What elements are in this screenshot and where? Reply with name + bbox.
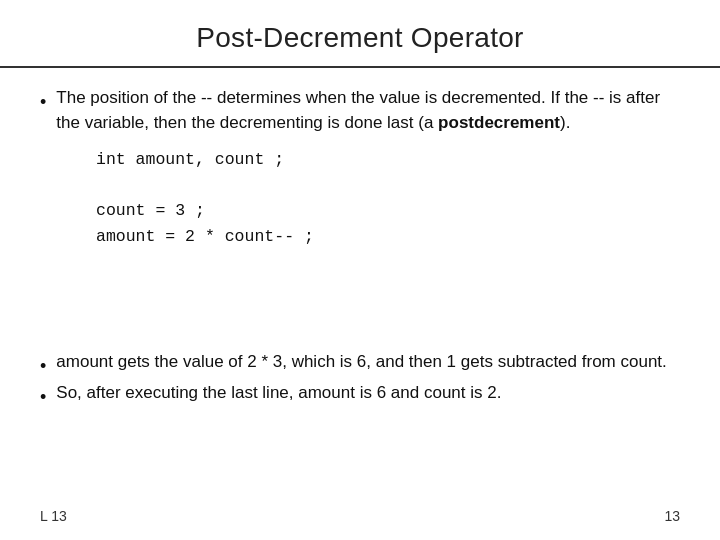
title-area: Post-Decrement Operator [0, 0, 720, 66]
bullet-text-1: The position of the -- determines when t… [56, 86, 680, 135]
bullet-dot-2: • [40, 353, 46, 379]
footer: L 13 13 [40, 502, 680, 530]
bullet-item-2: • amount gets the value of 2 * 3, which … [40, 350, 680, 379]
footer-right: 13 [664, 508, 680, 524]
bullet1-bold: postdecrement [438, 113, 560, 132]
bullet1-part2: ). [560, 113, 570, 132]
bullet-item-1: • The position of the -- determines when… [40, 86, 680, 135]
bottom-section: • amount gets the value of 2 * 3, which … [40, 350, 680, 410]
bullet-dot-3: • [40, 384, 46, 410]
bullet-text-2: amount gets the value of 2 * 3, which is… [56, 350, 680, 375]
slide-title: Post-Decrement Operator [40, 22, 680, 54]
code-line-2 [96, 173, 680, 199]
code-line-1: int amount, count ; [96, 147, 680, 173]
bullet-item-3: • So, after executing the last line, amo… [40, 381, 680, 410]
code-block: int amount, count ; count = 3 ; amount =… [96, 147, 680, 249]
code-line-3: count = 3 ; [96, 198, 680, 224]
content-area: • The position of the -- determines when… [0, 76, 720, 540]
slide: Post-Decrement Operator • The position o… [0, 0, 720, 540]
title-divider [0, 66, 720, 68]
top-section: • The position of the -- determines when… [40, 86, 680, 258]
bullet-dot-1: • [40, 89, 46, 115]
bullet-text-3: So, after executing the last line, amoun… [56, 381, 680, 406]
footer-left: L 13 [40, 508, 67, 524]
code-line-4: amount = 2 * count-- ; [96, 224, 680, 250]
